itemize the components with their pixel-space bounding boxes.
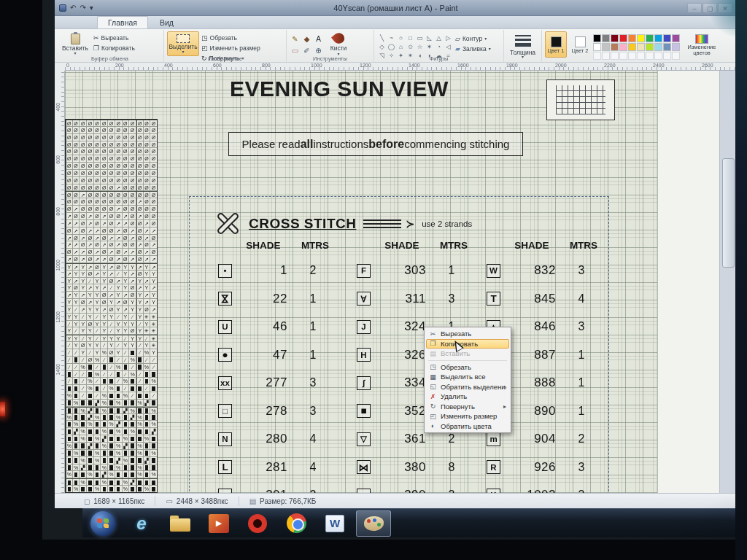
pattern-cell: ∕ xyxy=(80,357,87,364)
shape-icon[interactable]: ◺ xyxy=(425,34,434,42)
copy-button[interactable]: ❐Копировать xyxy=(93,44,135,52)
shape-fill-button[interactable]: ▰Заливка▾ xyxy=(455,44,491,53)
palette-swatch[interactable] xyxy=(602,34,610,42)
tab-view[interactable]: Вид xyxy=(150,17,184,28)
palette-swatch-empty[interactable] xyxy=(663,52,671,60)
thickness-button[interactable]: Толщина ▾ xyxy=(507,31,538,58)
paste-button[interactable]: Вставить ▾ xyxy=(59,31,91,56)
palette-swatch[interactable] xyxy=(663,43,671,51)
pattern-cell: Ø xyxy=(150,170,158,177)
explorer-folder-icon[interactable] xyxy=(163,510,198,537)
shape-icon[interactable]: ◁ xyxy=(444,42,453,51)
shape-icon[interactable]: ⌂ xyxy=(396,42,406,51)
shape-icon[interactable]: ▷ xyxy=(444,34,453,42)
palette-swatch[interactable] xyxy=(663,34,671,42)
selection-rect-icon xyxy=(177,34,190,43)
palette-swatch-empty[interactable] xyxy=(628,52,636,60)
palette-swatch[interactable] xyxy=(611,34,619,42)
crop-button[interactable]: ◳Обрезать xyxy=(201,34,260,42)
menu-item-resize[interactable]: ◰Изменить размер xyxy=(426,411,509,421)
pattern-cell: % xyxy=(101,349,108,357)
palette-swatch[interactable] xyxy=(619,34,627,42)
menu-item-crop[interactable]: ◳Обрезать xyxy=(426,362,509,373)
shape-icon[interactable]: ◯ xyxy=(387,42,396,51)
palette-swatch[interactable] xyxy=(654,34,662,42)
color-picker-icon[interactable]: ✐ xyxy=(301,45,312,56)
palette-swatch[interactable] xyxy=(672,34,680,42)
palette-swatch-empty[interactable] xyxy=(611,52,619,60)
shape-icon[interactable]: ○ xyxy=(396,34,406,42)
palette-swatch-empty[interactable] xyxy=(672,52,680,60)
shape-icon[interactable]: ╲ xyxy=(377,34,387,42)
shape-icon[interactable]: ▭ xyxy=(415,34,425,42)
internet-explorer-icon[interactable]: e xyxy=(124,510,159,537)
pattern-cell: Ø xyxy=(66,155,73,163)
menu-item-copy[interactable]: ❐Копировать xyxy=(426,339,509,349)
paint-taskbar-icon[interactable] xyxy=(356,510,391,537)
palette-swatch[interactable] xyxy=(654,43,662,51)
chrome-icon[interactable] xyxy=(279,510,314,537)
palette-swatch-empty[interactable] xyxy=(637,52,645,60)
palette-swatch-empty[interactable] xyxy=(654,52,662,60)
menu-item-invert-colors[interactable]: ◐Обратить цвета xyxy=(426,421,509,432)
pattern-cell: ↗ xyxy=(101,213,108,220)
palette-swatch-empty[interactable] xyxy=(619,52,627,60)
shape-icon[interactable]: ☆ xyxy=(415,42,425,51)
pencil-icon[interactable]: ✎ xyxy=(290,34,301,44)
shape-icon[interactable]: △ xyxy=(434,34,444,42)
shape-icon[interactable]: □ xyxy=(406,34,415,42)
menu-item-invert-selection[interactable]: ◱Обратить выделение xyxy=(426,382,509,392)
minimize-button[interactable]: ‒ xyxy=(687,3,702,13)
tab-home[interactable]: Главная xyxy=(97,16,148,28)
eraser-icon[interactable]: ▭ xyxy=(290,45,301,56)
pattern-row: ∕∕%∕∕∕%∕ xyxy=(66,371,157,378)
palette-swatch[interactable] xyxy=(637,34,645,42)
palette-swatch[interactable] xyxy=(637,43,645,51)
media-player-icon[interactable]: ▶ xyxy=(201,510,236,537)
menu-item-select-all[interactable]: ▦Выделить все xyxy=(426,372,509,382)
menu-item-rotate[interactable]: ↻Повернуть▸ xyxy=(426,402,509,412)
text-icon[interactable]: A xyxy=(313,34,324,44)
palette-swatch[interactable] xyxy=(593,34,601,42)
vertical-scrollbar[interactable] xyxy=(719,71,737,493)
brushes-button[interactable]: Кисти ▾ xyxy=(326,31,351,56)
cut-button[interactable]: ✂Вырезать xyxy=(93,34,135,42)
word-icon[interactable]: W xyxy=(317,510,352,537)
menu-item-delete[interactable]: ✗Удалить xyxy=(426,392,509,402)
palette-swatch[interactable] xyxy=(672,43,680,51)
mtrs-value: 3 xyxy=(430,292,473,306)
select-button[interactable]: Выделить ▾ xyxy=(167,31,199,56)
shape-icon[interactable]: ✩ xyxy=(406,42,415,51)
resize-button[interactable]: ◰Изменить размер xyxy=(201,44,260,52)
palette-swatch[interactable] xyxy=(646,34,654,42)
shape-icon[interactable]: ◇ xyxy=(377,42,387,51)
palette-swatch-empty[interactable] xyxy=(593,52,601,60)
pattern-cell: % xyxy=(136,443,144,450)
palette-swatch[interactable] xyxy=(628,34,636,42)
palette-swatch[interactable] xyxy=(619,43,627,51)
pattern-cell: Ø xyxy=(87,134,94,141)
paint-canvas[interactable]: ØØØØØØØØØØØØØØØØØØØØØØØØØØØØØØØØØØØØØØØØ… xyxy=(65,71,737,493)
palette-swatch[interactable] xyxy=(628,43,636,51)
menu-item-cut[interactable]: ✂Вырезать xyxy=(426,329,509,339)
opera-icon[interactable] xyxy=(240,510,275,537)
shape-icon[interactable]: ◔ xyxy=(434,42,444,51)
fill-bucket-icon[interactable]: ◆ xyxy=(301,34,312,44)
pattern-row: Y↗Y↗ØY↗ØYY↗Y↗ xyxy=(66,263,157,271)
color2-button[interactable]: Цвет 2 xyxy=(569,31,591,58)
palette-swatch[interactable] xyxy=(593,43,601,51)
palette-swatch[interactable] xyxy=(646,43,654,51)
shape-icon[interactable]: ~ xyxy=(387,34,396,42)
pattern-cell xyxy=(73,392,80,400)
palette-swatch[interactable] xyxy=(602,43,610,51)
outline-button[interactable]: ▱Контур▾ xyxy=(455,34,491,43)
magnifier-icon[interactable]: ⊕ xyxy=(313,45,324,56)
start-button[interactable] xyxy=(85,510,120,537)
palette-swatch-empty[interactable] xyxy=(646,52,654,60)
scrollbar-thumb[interactable] xyxy=(722,158,735,268)
palette-swatch-empty[interactable] xyxy=(602,52,610,60)
palette-swatch[interactable] xyxy=(611,43,619,51)
color1-button[interactable]: Цвет 1 xyxy=(545,31,567,58)
pattern-cell: % xyxy=(144,364,151,371)
shape-icon[interactable]: ✶ xyxy=(425,42,434,51)
